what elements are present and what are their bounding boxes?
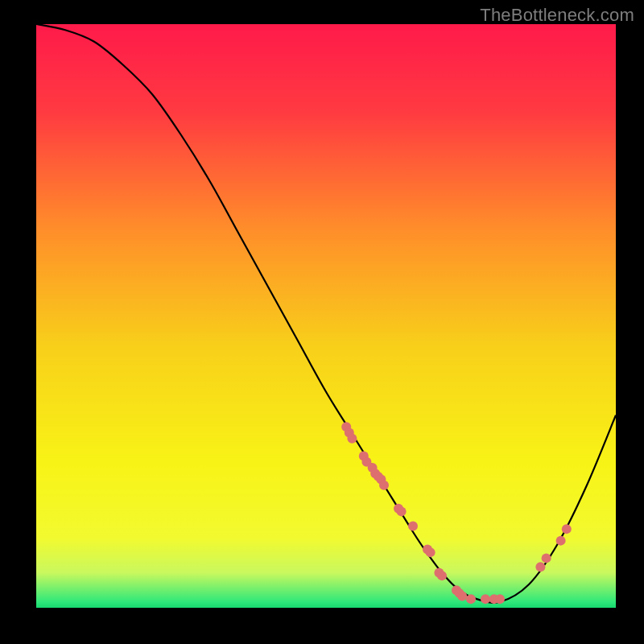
data-dot [556,536,566,546]
data-dot [535,562,545,572]
data-dot [437,571,447,580]
bottleneck-curve-chart [36,24,616,608]
gradient-background [36,24,616,608]
data-dot [481,594,490,604]
data-dot [397,506,407,516]
data-dot [562,524,572,534]
chart-canvas: TheBottleneck.com [0,0,644,644]
plot-area [36,24,616,608]
data-dot [379,481,389,490]
attribution-text: TheBottleneck.com [480,5,634,26]
data-dot [408,522,418,531]
data-dot [542,553,551,563]
data-dot [347,434,357,444]
data-dot [495,594,505,604]
data-dot [466,594,476,604]
data-dot [457,592,467,601]
data-dot [426,547,436,557]
